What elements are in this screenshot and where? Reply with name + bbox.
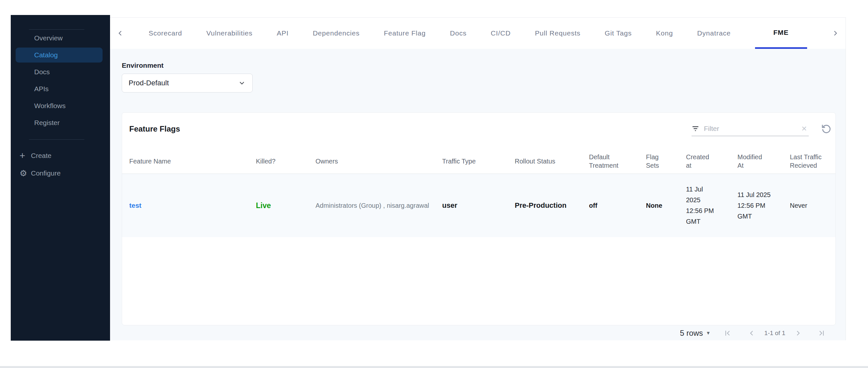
filter-field: ×: [691, 121, 809, 136]
column-header-rollout-status[interactable]: Rollout Status: [515, 157, 589, 165]
tabs-scroll-left-button[interactable]: [116, 18, 124, 49]
sidebar-item-label: Overview: [34, 34, 63, 42]
sidebar-item-label: Docs: [34, 68, 50, 76]
live-status-badge: Live: [256, 201, 271, 210]
tab-cicd[interactable]: CI/CD: [491, 18, 510, 49]
table-header-row: Feature Name Killed? Owners Traffic Type…: [122, 149, 835, 174]
tab-vulnerabilities[interactable]: Vulnerabilities: [207, 18, 253, 49]
first-page-icon: [723, 329, 732, 337]
last-page-icon: [817, 329, 826, 337]
column-header-flag-sets[interactable]: Flag Sets: [646, 153, 686, 170]
sidebar-item-label: Register: [34, 119, 60, 127]
cell-flag-sets: None: [646, 202, 686, 209]
pagination-range-label: 1-1 of 1: [765, 330, 785, 337]
sidebar-nav: Overview Catalog Docs APIs Workflows Reg…: [11, 30, 110, 131]
cell-created-at: 11 Jul 2025 12:56 PM GMT: [686, 184, 738, 227]
column-header-traffic-type[interactable]: Traffic Type: [442, 157, 515, 165]
filter-icon: [691, 125, 699, 132]
tab-kong[interactable]: Kong: [656, 18, 673, 49]
next-page-button[interactable]: [794, 329, 802, 337]
sidebar-item-label: Workflows: [34, 102, 65, 110]
tab-feature-flag[interactable]: Feature Flag: [384, 18, 426, 49]
filter-input[interactable]: [703, 124, 800, 133]
first-page-button[interactable]: [723, 329, 732, 337]
tab-pull-requests[interactable]: Pull Requests: [535, 18, 581, 49]
chevron-left-icon: [116, 29, 124, 37]
sidebar-actions: + Create ⚙ Configure: [11, 147, 110, 182]
sidebar-item-catalog[interactable]: Catalog: [11, 47, 110, 63]
chevron-right-icon: [831, 29, 840, 37]
tab-git-tags[interactable]: Git Tags: [604, 18, 632, 49]
column-header-modified-at[interactable]: Modified At: [738, 153, 790, 170]
tab-api[interactable]: API: [277, 18, 288, 49]
tabs-scroll-right-button[interactable]: [831, 18, 840, 49]
clear-filter-icon[interactable]: ×: [800, 124, 809, 133]
cell-traffic-type: user: [442, 201, 515, 210]
tab-docs[interactable]: Docs: [450, 18, 467, 49]
content-pane: Scorecard Vulnerabilities API Dependenci…: [110, 17, 846, 340]
column-header-killed[interactable]: Killed?: [256, 157, 315, 165]
app-window: Overview Catalog Docs APIs Workflows Reg…: [0, 0, 868, 368]
environment-select[interactable]: Prod-Default: [122, 73, 253, 92]
cell-owners: Administrators (Group) , nisarg.agrawal: [315, 202, 442, 209]
sidebar-item-overview[interactable]: Overview: [11, 30, 110, 47]
tab-dependencies[interactable]: Dependencies: [313, 18, 360, 49]
cell-modified-at: 11 Jul 2025 12:56 PM GMT: [738, 189, 790, 222]
tab-fme[interactable]: FME: [755, 18, 807, 49]
sidebar: Overview Catalog Docs APIs Workflows Reg…: [11, 15, 110, 341]
cell-feature-name: test: [129, 202, 256, 209]
tab-scorecard[interactable]: Scorecard: [149, 18, 182, 49]
cell-killed: Live: [256, 201, 315, 210]
create-button[interactable]: + Create: [11, 147, 110, 164]
tab-dynatrace[interactable]: Dynatrace: [697, 18, 731, 49]
sidebar-item-register[interactable]: Register: [11, 114, 110, 131]
column-header-created-at[interactable]: Created at: [686, 153, 738, 170]
create-label: Create: [31, 152, 52, 160]
configure-button[interactable]: ⚙ Configure: [11, 164, 110, 182]
table-row: test Live Administrators (Group) , nisar…: [122, 174, 835, 237]
plus-icon: +: [20, 151, 31, 160]
sidebar-item-label: APIs: [34, 85, 49, 93]
sidebar-item-workflows[interactable]: Workflows: [11, 97, 110, 114]
gear-icon: ⚙: [20, 169, 31, 178]
caret-down-icon: ▾: [707, 330, 710, 336]
environment-selected-value: Prod-Default: [129, 79, 238, 87]
column-header-last-traffic-recieved[interactable]: Last Traffic Recieved: [790, 153, 836, 170]
previous-page-button[interactable]: [747, 329, 756, 337]
window-bottom-edge: [0, 366, 868, 368]
pagination-bar: 5 rows ▾ 1-1 of 1: [680, 325, 826, 341]
sidebar-item-docs[interactable]: Docs: [11, 63, 110, 81]
column-header-default-treatment[interactable]: Default Treatment: [589, 153, 646, 170]
chevron-left-icon: [747, 329, 756, 337]
last-page-button[interactable]: [817, 329, 826, 337]
sidebar-divider-bottom: [29, 140, 84, 140]
sidebar-item-apis[interactable]: APIs: [11, 81, 110, 97]
tab-bar: Scorecard Vulnerabilities API Dependenci…: [110, 18, 845, 49]
sidebar-active-pill: Catalog: [16, 48, 102, 63]
configure-label: Configure: [31, 170, 61, 177]
feature-flags-card: Feature Flags × Feature Name Killed? Own…: [122, 112, 836, 325]
cell-default-treatment: off: [589, 202, 646, 209]
environment-label: Environment: [122, 62, 163, 69]
chevron-right-icon: [794, 329, 802, 337]
chevron-down-icon: [238, 79, 246, 87]
panel-title: Feature Flags: [129, 124, 180, 133]
refresh-icon: [821, 123, 832, 133]
cell-last-traffic-recieved: Never: [790, 202, 836, 209]
rows-per-page-value: 5 rows: [680, 329, 703, 338]
column-header-feature-name[interactable]: Feature Name: [129, 157, 256, 165]
feature-name-link[interactable]: test: [129, 202, 141, 209]
cell-rollout-status: Pre-Production: [515, 201, 589, 210]
rows-per-page-select[interactable]: 5 rows ▾: [680, 329, 709, 338]
column-header-owners[interactable]: Owners: [315, 157, 442, 165]
refresh-button[interactable]: [820, 122, 833, 135]
